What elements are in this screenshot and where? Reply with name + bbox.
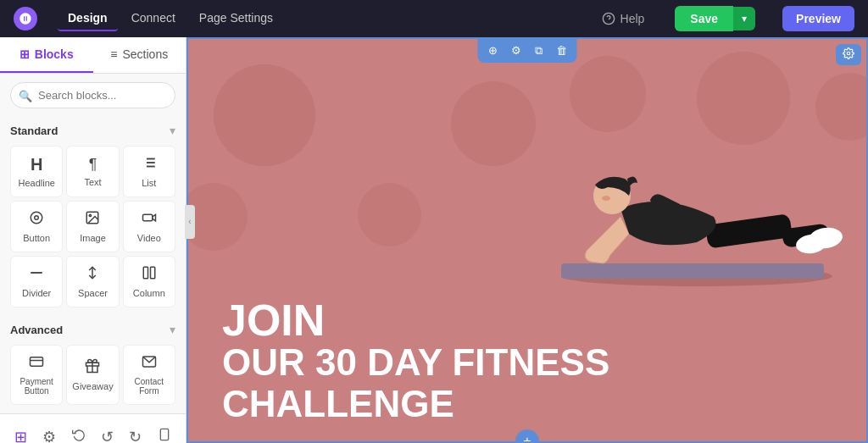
nav-tab-design[interactable]: Design (58, 6, 118, 31)
nav-tabs: Design Connect Page Settings (58, 6, 283, 31)
svg-rect-27 (705, 213, 793, 249)
block-payment-button[interactable]: Payment Button (10, 345, 63, 405)
svg-point-10 (90, 214, 92, 216)
save-dropdown-button[interactable]: ▾ (733, 7, 755, 30)
add-icon: + (523, 434, 531, 443)
page-canvas: JOIN OUR 30 DAY FITNESS CHALLENGE ⊕ ⚙ ⧉ … (186, 37, 868, 443)
block-column[interactable]: Column (123, 256, 175, 307)
sidebar-tabs: ⊞ Blocks ≡ Sections (0, 37, 186, 74)
sections-icon: ≡ (110, 47, 117, 61)
undo-bottom-icon[interactable]: ↺ (96, 423, 119, 443)
tab-sections[interactable]: ≡ Sections (93, 37, 186, 73)
payment-icon (29, 354, 44, 374)
toolbar-move-btn[interactable]: ⊕ (485, 42, 501, 59)
sidebar: ⊞ Blocks ≡ Sections 🔍 Standard ▾ H Headl… (0, 37, 186, 443)
block-giveaway[interactable]: Giveaway (66, 345, 119, 405)
section-settings-btn[interactable] (836, 44, 861, 65)
standard-blocks-grid: H Headline ¶ Text List Button (0, 142, 186, 316)
canvas-area: JOIN OUR 30 DAY FITNESS CHALLENGE ⊕ ⚙ ⧉ … (186, 37, 868, 443)
svg-point-29 (602, 196, 610, 201)
settings-bottom-icon[interactable]: ⚙ (37, 423, 61, 443)
search-input[interactable] (10, 82, 175, 108)
tab-blocks[interactable]: ⊞ Blocks (0, 37, 93, 73)
block-spacer[interactable]: Spacer (66, 256, 119, 307)
preview-button[interactable]: Preview (782, 6, 854, 31)
advanced-blocks-grid: Payment Button Giveaway Contact Form (0, 341, 186, 413)
text-icon: ¶ (89, 156, 97, 174)
svg-point-8 (35, 216, 39, 220)
svg-point-7 (31, 212, 42, 224)
advanced-toggle[interactable]: ▾ (170, 323, 175, 336)
column-icon (142, 265, 157, 285)
main-area: ⊞ Blocks ≡ Sections 🔍 Standard ▾ H Headl… (0, 37, 868, 443)
nav-tab-connect[interactable]: Connect (121, 6, 186, 31)
headline-icon: H (31, 155, 42, 174)
svg-rect-17 (31, 357, 43, 367)
block-contact-form[interactable]: Contact Form (123, 345, 175, 405)
mobile-bottom-icon[interactable] (153, 423, 176, 443)
advanced-section-header: Advanced ▾ (0, 316, 186, 341)
toolbar-copy-btn[interactable]: ⧉ (531, 42, 546, 59)
toolbar-delete-btn[interactable]: 🗑 (553, 42, 570, 59)
blocks-bottom-icon[interactable]: ⊞ (9, 423, 32, 443)
image-icon (85, 210, 100, 230)
block-text[interactable]: ¶ Text (66, 146, 119, 197)
nav-tab-page-settings[interactable]: Page Settings (189, 6, 283, 31)
button-icon (29, 210, 44, 230)
hero-section[interactable]: JOIN OUR 30 DAY FITNESS CHALLENGE ⊕ ⚙ ⧉ … (186, 37, 868, 443)
redo-bottom-icon[interactable]: ↻ (124, 423, 147, 443)
svg-rect-23 (561, 263, 824, 279)
spacer-icon (85, 265, 100, 285)
hero-join-text: JOIN (222, 298, 832, 342)
svg-rect-20 (160, 429, 168, 440)
video-icon (142, 210, 157, 230)
sidebar-bottom-bar: ⊞ ⚙ ↺ ↻ (0, 413, 186, 443)
search-icon: 🔍 (19, 89, 32, 102)
advanced-label: Advanced (10, 324, 63, 336)
sidebar-search: 🔍 (0, 74, 186, 117)
standard-toggle[interactable]: ▾ (170, 124, 175, 137)
top-nav: Design Connect Page Settings Help Save ▾… (0, 0, 868, 37)
block-headline[interactable]: H Headline (10, 146, 63, 197)
standard-section-header: Standard ▾ (0, 117, 186, 142)
help-button[interactable]: Help (602, 12, 645, 25)
logo (14, 7, 37, 30)
list-icon (142, 155, 157, 174)
hero-subtitle-text: OUR 30 DAY FITNESS CHALLENGE (222, 342, 832, 424)
svg-rect-15 (143, 267, 147, 279)
block-list[interactable]: List (123, 146, 175, 197)
history-bottom-icon[interactable] (67, 423, 91, 443)
block-button[interactable]: Button (10, 201, 63, 252)
block-image[interactable]: Image (66, 201, 119, 252)
hero-text-area: JOIN OUR 30 DAY FITNESS CHALLENGE (222, 298, 832, 424)
standard-label: Standard (10, 125, 58, 137)
toolbar-settings-btn[interactable]: ⚙ (508, 42, 525, 59)
section-toolbar: ⊕ ⚙ ⧉ 🗑 (478, 39, 577, 63)
svg-rect-16 (150, 267, 154, 279)
sidebar-collapse-handle[interactable]: ‹ (185, 205, 195, 239)
canvas-inner: JOIN OUR 30 DAY FITNESS CHALLENGE ⊕ ⚙ ⧉ … (186, 37, 868, 443)
fitness-woman-image (510, 107, 815, 293)
divider-icon (29, 265, 44, 285)
save-button[interactable]: Save (675, 6, 733, 31)
svg-rect-11 (142, 214, 152, 221)
svg-point-30 (847, 52, 850, 55)
giveaway-icon (85, 358, 100, 378)
blocks-icon: ⊞ (19, 47, 30, 61)
block-divider[interactable]: Divider (10, 256, 63, 307)
block-video[interactable]: Video (123, 201, 175, 252)
contact-form-icon (142, 354, 157, 374)
